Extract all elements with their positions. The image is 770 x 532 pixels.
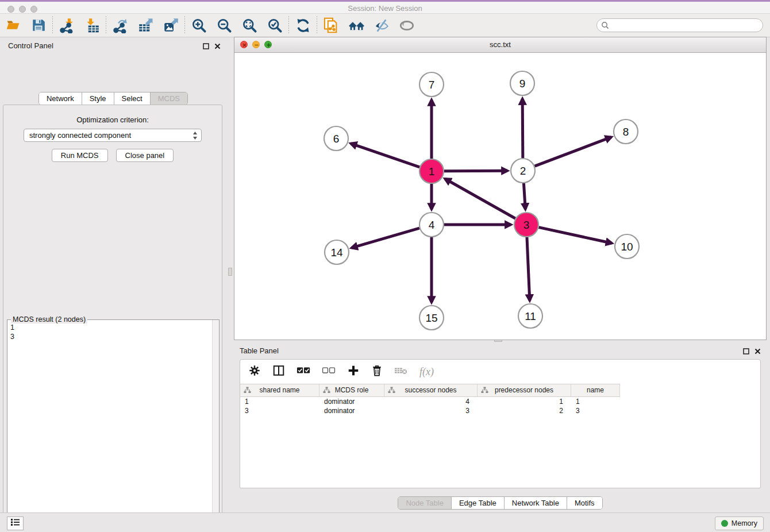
graph-node-10[interactable]: 10 [615, 234, 639, 259]
save-session-icon[interactable] [30, 17, 47, 34]
export-image-icon[interactable] [162, 17, 179, 34]
graph-edge-3-10[interactable] [538, 228, 611, 244]
table-cell[interactable]: 2 [478, 406, 571, 415]
control-panel-tabs: NetworkStyleSelectMCDS [38, 92, 188, 105]
table-cell[interactable]: 3 [384, 406, 478, 415]
graph-edge-3-11[interactable] [527, 237, 530, 300]
delete-table-icon[interactable] [394, 365, 408, 378]
table-toolbar: f(x) [240, 360, 760, 384]
table-row[interactable]: 1dominator411 [240, 397, 620, 406]
close-panel-icon[interactable] [754, 346, 761, 357]
graph-edge-2-3[interactable] [523, 183, 525, 209]
eye-icon[interactable] [398, 17, 415, 34]
tab-select[interactable]: Select [114, 92, 150, 105]
graph-node-label: 9 [519, 78, 526, 90]
table-cell[interactable]: 1 [571, 397, 620, 406]
graph-node-7[interactable]: 7 [419, 72, 444, 97]
graph-node-11[interactable]: 11 [518, 304, 542, 328]
gear-icon[interactable] [248, 364, 261, 379]
vertical-splitter-handle[interactable] [228, 268, 232, 276]
criterion-select-value: strongly connected component [29, 131, 131, 140]
column-header-shared-name[interactable]: shared name [240, 384, 319, 396]
graph-node-1[interactable]: 1 [419, 159, 444, 183]
graph-node-8[interactable]: 8 [614, 119, 638, 144]
table-cell[interactable]: 1 [240, 397, 319, 406]
tab-node-table[interactable]: Node Table [398, 497, 451, 509]
mcds-result-line: 1 [10, 323, 212, 332]
graph-edge-4-14[interactable] [352, 228, 419, 248]
graph-edge-1-6[interactable] [351, 144, 420, 167]
graph-node-2[interactable]: 2 [511, 159, 535, 183]
run-mcds-button[interactable]: Run MCDS [52, 149, 108, 162]
tab-network-table[interactable]: Network Table [504, 497, 567, 509]
graph-node-label: 4 [429, 219, 435, 231]
deselect-all-icon[interactable] [322, 366, 336, 377]
graph-node-15[interactable]: 15 [419, 306, 444, 330]
task-history-button[interactable] [7, 516, 24, 530]
graph-node-6[interactable]: 6 [324, 126, 348, 151]
table-cell[interactable]: dominator [319, 397, 384, 406]
network-window-titlebar[interactable]: scc.txt [234, 37, 766, 53]
graph-node-14[interactable]: 14 [325, 240, 349, 264]
list-icon [10, 518, 20, 529]
zoom-out-icon[interactable] [215, 17, 233, 34]
memory-button[interactable]: Memory [715, 516, 764, 530]
refresh-icon[interactable] [294, 17, 311, 34]
tab-mcds[interactable]: MCDS [150, 92, 187, 105]
open-file-icon[interactable] [5, 17, 22, 34]
graph-edge-2-8[interactable] [535, 137, 611, 167]
graph-node-label: 14 [330, 246, 343, 259]
zoom-in-icon[interactable] [190, 17, 207, 34]
float-panel-icon[interactable] [203, 41, 209, 52]
float-panel-icon[interactable] [743, 346, 749, 357]
network-graph-canvas[interactable]: 7968124314101511 [234, 52, 766, 340]
criterion-select[interactable]: strongly connected component [24, 129, 202, 142]
tab-style[interactable]: Style [82, 92, 114, 105]
search-input[interactable] [596, 18, 763, 32]
table-panel: Table Panel [234, 342, 767, 511]
column-header-predecessor-nodes[interactable]: predecessor nodes [478, 384, 571, 396]
import-table-icon[interactable] [83, 17, 101, 34]
toolbar-separator [52, 16, 53, 34]
table-cell[interactable]: dominator [319, 406, 384, 415]
table-cell[interactable]: 3 [571, 406, 620, 415]
window-title: Session: New Session [0, 4, 770, 13]
import-network-icon[interactable] [58, 17, 75, 34]
trash-icon[interactable] [371, 364, 383, 379]
columns-icon[interactable] [272, 364, 285, 379]
add-row-icon[interactable] [347, 364, 360, 379]
graph-edge-1-2[interactable] [444, 171, 507, 171]
graph-edge-3-1[interactable] [445, 179, 515, 218]
select-all-icon[interactable] [297, 366, 310, 377]
function-builder-icon[interactable]: f(x) [419, 366, 434, 378]
tab-motifs[interactable]: Motifs [567, 497, 602, 509]
column-header-MCDS-role[interactable]: MCDS role [319, 384, 384, 396]
mcds-result-box: MCDS result (2 nodes) 13 [7, 319, 220, 532]
table-cell[interactable]: 3 [240, 406, 319, 415]
column-header-name[interactable]: name [571, 384, 620, 396]
table-cell[interactable]: 4 [384, 397, 478, 406]
graph-edge-2-9[interactable] [522, 99, 523, 158]
export-table-icon[interactable] [137, 17, 154, 34]
eye-slash-icon[interactable] [373, 17, 390, 34]
graph-node-label: 10 [621, 241, 633, 253]
result-scrollbar[interactable] [212, 320, 219, 532]
close-panel-button[interactable]: Close panel [116, 149, 174, 162]
zoom-fit-icon[interactable] [241, 17, 258, 34]
table-header-row: shared nameMCDS rolesuccessor nodesprede… [240, 384, 620, 397]
table-body: 1dominator4113dominator323 [240, 397, 760, 415]
tab-edge-table[interactable]: Edge Table [451, 497, 504, 509]
table-cell[interactable]: 1 [478, 397, 571, 406]
zoom-selected-icon[interactable] [266, 17, 283, 34]
houses-icon[interactable] [348, 17, 365, 34]
table-row[interactable]: 3dominator323 [240, 406, 620, 415]
close-panel-icon[interactable] [214, 41, 221, 52]
graph-node-4[interactable]: 4 [419, 213, 444, 237]
graph-node-9[interactable]: 9 [510, 71, 534, 95]
column-header-successor-nodes[interactable]: successor nodes [384, 384, 478, 396]
tab-network[interactable]: Network [39, 92, 82, 105]
graph-node-3[interactable]: 3 [514, 213, 538, 237]
clone-network-icon[interactable] [322, 17, 340, 34]
toolbar-separator [184, 16, 185, 34]
export-network-icon[interactable] [111, 17, 129, 34]
